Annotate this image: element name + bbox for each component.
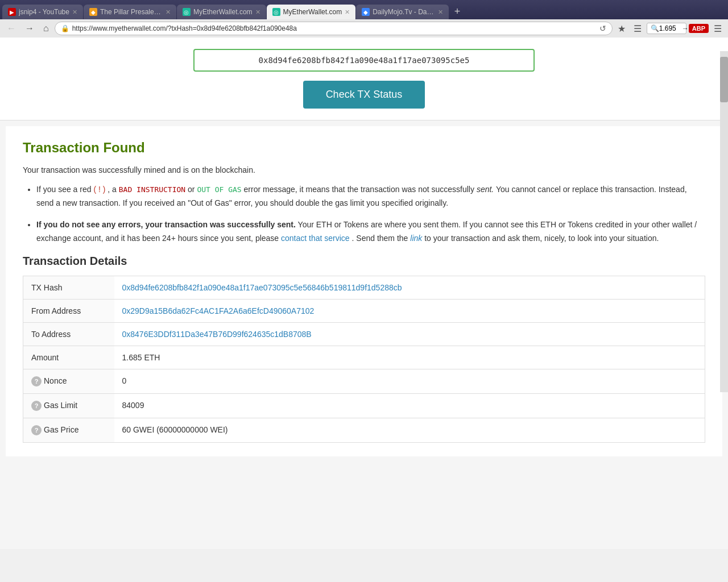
transaction-found-title: Transaction Found — [23, 140, 705, 156]
table-link-1[interactable]: 0x29D9a15B6da62Fc4AC1FA2A6a6EfcD49060A71… — [122, 306, 315, 315]
tab-label-tab5: DailyMojo.Tv - Daily... — [373, 8, 435, 16]
bullet1-prefix: If you see a red — [36, 185, 92, 194]
transaction-details-title: Transaction Details — [23, 255, 705, 268]
question-circle-6[interactable]: ? — [31, 425, 42, 435]
menu-button[interactable]: ☰ — [711, 22, 725, 35]
tab-bar: ▶ jsnip4 - YouTube ✕ ◆ The Pillar Presal… — [0, 0, 728, 19]
table-label-2: To Address — [23, 322, 114, 346]
main-section: Transaction Found Your transaction was s… — [6, 126, 722, 456]
info-bullet-list: If you see a red ( ! ) , a BAD INSTRUCTI… — [23, 183, 705, 245]
table-label-1: From Address — [23, 299, 114, 322]
tab-tab4[interactable]: ◎ MyEtherWallet.com ✕ — [267, 5, 356, 19]
lock-icon: 🔒 — [61, 24, 69, 32]
browser-chrome: ▶ jsnip4 - YouTube ✕ ◆ The Pillar Presal… — [0, 0, 728, 38]
table-value-3: 1.685 ETH — [114, 346, 705, 369]
bullet2-bold: If you do not see any errors, your trans… — [36, 220, 296, 229]
home-button[interactable]: ⌂ — [40, 22, 52, 35]
table-label-6: ?Gas Price — [23, 418, 114, 443]
reload-icon[interactable]: ↺ — [599, 24, 606, 33]
table-value-6: 60 GWEI (60000000000 WEI) — [114, 418, 705, 443]
tab-tab3[interactable]: ◎ MyEtherWallet.com ✕ — [177, 5, 266, 19]
address-bar: 🔒 ↺ — [55, 22, 613, 35]
reading-list-icon[interactable]: ☰ — [631, 22, 644, 35]
table-value-2[interactable]: 0x8476E3DDf311Da3e47B76D99f624635c1dB870… — [114, 322, 705, 346]
bullet2-final: to your transaction and ask them, nicely… — [424, 234, 659, 243]
nav-bar: ← → ⌂ 🔒 ↺ ★ ☰ 🔍 → ABP ☰ — [0, 19, 728, 38]
tab-close-tab5[interactable]: ✕ — [438, 9, 443, 16]
bullet1-sent: sent. — [477, 185, 494, 194]
tab-label-tab4: MyEtherWallet.com — [283, 8, 342, 16]
tab-favicon-tab1: ▶ — [8, 8, 16, 16]
table-row-5: ?Gas Limit84009 — [23, 393, 705, 418]
table-label-0: TX Hash — [23, 276, 114, 299]
url-input[interactable] — [72, 24, 597, 32]
table-value-4: 0 — [114, 369, 705, 393]
forward-button[interactable]: → — [22, 22, 38, 35]
nav-right-controls: ★ ☰ 🔍 → ABP ☰ — [615, 22, 725, 35]
tab-favicon-tab3: ◎ — [183, 8, 191, 16]
tab-favicon-tab4: ◎ — [272, 8, 280, 16]
question-circle-4[interactable]: ? — [31, 376, 42, 386]
table-value-1[interactable]: 0x29D9a15B6da62Fc4AC1FA2A6a6EfcD49060A71… — [114, 299, 705, 322]
table-row-0: TX Hash0x8d94fe6208bfb842f1a090e48a1f17a… — [23, 276, 705, 299]
tab-favicon-tab2: ◆ — [89, 8, 97, 16]
tab-close-tab1[interactable]: ✕ — [72, 9, 77, 16]
tab-tab2[interactable]: ◆ The Pillar Presale S... ✕ — [84, 5, 176, 19]
search-box: 🔍 → — [647, 23, 686, 34]
table-label-3: Amount — [23, 346, 114, 369]
page-content: Check TX Status Transaction Found Your t… — [0, 38, 728, 549]
tab-tab1[interactable]: ▶ jsnip4 - YouTube ✕ — [2, 5, 83, 19]
bullet1-middle: , a — [107, 185, 117, 194]
tx-check-section: Check TX Status — [0, 38, 728, 120]
scrollbar-thumb[interactable] — [720, 57, 728, 102]
scrollbar[interactable] — [720, 51, 728, 392]
table-row-2: To Address0x8476E3DDf311Da3e47B76D99f624… — [23, 322, 705, 346]
tab-label-tab2: The Pillar Presale S... — [100, 8, 163, 16]
tab-close-tab4[interactable]: ✕ — [345, 9, 350, 16]
red-exclamation: ( ! ) — [93, 185, 105, 194]
tab-tab5[interactable]: ◆ DailyMojo.Tv - Daily... ✕ — [356, 5, 449, 19]
tab-favicon-tab5: ◆ — [362, 8, 370, 16]
bullet1-or: or — [188, 185, 195, 194]
transaction-details-table: TX Hash0x8d94fe6208bfb842f1a090e48a1f17a… — [23, 276, 705, 443]
bullet-item-2: If you do not see any errors, your trans… — [36, 218, 705, 246]
table-value-5: 84009 — [114, 393, 705, 418]
table-row-4: ?Nonce0 — [23, 369, 705, 393]
table-label-5: ?Gas Limit — [23, 393, 114, 418]
bookmarks-icon[interactable]: ★ — [615, 22, 628, 35]
link-to-transaction[interactable]: link — [410, 234, 422, 243]
table-label-4: ?Nonce — [23, 369, 114, 393]
tx-hash-input[interactable] — [193, 49, 535, 72]
out-of-gas-text: OUT OF GAS — [197, 185, 241, 194]
tab-close-tab2[interactable]: ✕ — [166, 9, 171, 16]
transaction-description: Your transaction was successfully mined … — [23, 164, 705, 176]
table-row-3: Amount1.685 ETH — [23, 346, 705, 369]
question-circle-5[interactable]: ? — [31, 401, 42, 411]
table-row-1: From Address0x29D9a15B6da62Fc4AC1FA2A6a6… — [23, 299, 705, 322]
bullet1-suffix: error message, it means that the transac… — [244, 185, 474, 194]
bad-instruction-text: BAD INSTRUCTION — [119, 185, 185, 194]
new-tab-button[interactable]: + — [449, 3, 465, 19]
tab-close-tab3[interactable]: ✕ — [255, 9, 260, 16]
link-italic: link — [410, 234, 422, 243]
adblock-button[interactable]: ABP — [689, 24, 709, 33]
bullet-item-1: If you see a red ( ! ) , a BAD INSTRUCTI… — [36, 183, 705, 210]
search-input[interactable] — [659, 24, 682, 32]
check-tx-button[interactable]: Check TX Status — [303, 81, 425, 109]
tab-label-tab1: jsnip4 - YouTube — [19, 8, 69, 16]
back-button[interactable]: ← — [3, 22, 19, 35]
search-go-icon[interactable]: → — [682, 24, 689, 32]
table-value-0[interactable]: 0x8d94fe6208bfb842f1a090e48a1f17ae073095… — [114, 276, 705, 299]
table-row-6: ?Gas Price60 GWEI (60000000000 WEI) — [23, 418, 705, 443]
search-icon: 🔍 — [651, 24, 659, 32]
table-link-0[interactable]: 0x8d94fe6208bfb842f1a090e48a1f17ae073095… — [122, 283, 402, 292]
bullet2-end: . Send them the — [352, 234, 408, 243]
table-link-2[interactable]: 0x8476E3DDf311Da3e47B76D99f624635c1dB870… — [122, 330, 312, 339]
contact-service-link[interactable]: contact that service — [281, 234, 350, 243]
tab-label-tab3: MyEtherWallet.com — [193, 8, 253, 16]
